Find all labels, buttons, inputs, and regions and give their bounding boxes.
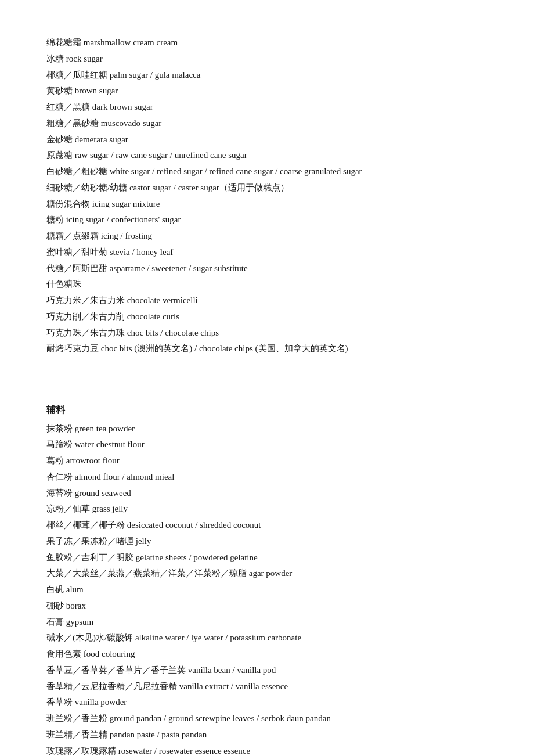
list-item: 糖霜／点缀霜 icing / frosting (46, 228, 488, 244)
list-item: 抹茶粉 green tea powder (46, 421, 488, 437)
list-item: 马蹄粉 water chestnut flour (46, 437, 488, 453)
spacer-1 (46, 357, 488, 369)
list-item: 原蔗糖 raw sugar / raw cane sugar / unrefin… (46, 147, 488, 164)
list-item: 糖粉 icing sugar / confectioners' sugar (46, 212, 488, 228)
list-item: 巧克力削／朱古力削 chocolate curls (46, 309, 488, 325)
list-item: 香草粉 vanilla powder (46, 694, 488, 711)
section-sugar-list: 绵花糖霜 marshmallow cream cream冰糖 rock suga… (46, 35, 488, 357)
list-item: 红糖／黑糖 dark brown sugar (46, 99, 488, 116)
list-item: 石膏 gypsum (46, 614, 488, 631)
list-item: 耐烤巧克力豆 choc bits (澳洲的英文名) / chocolate ch… (46, 341, 488, 357)
spacer-2 (46, 369, 488, 380)
list-item: 椰糖／瓜哇红糖 palm sugar / gula malacca (46, 67, 488, 84)
list-item: 班兰精／香兰精 pandan paste / pasta pandan (46, 727, 488, 743)
list-item: 什色糖珠 (46, 276, 488, 293)
list-item: 细砂糖／幼砂糖/幼糖 castor sugar / caster sugar（适… (46, 180, 488, 196)
list-item: 食用色素 food colouring (46, 646, 488, 663)
list-item: 糖份混合物 icing sugar mixture (46, 196, 488, 213)
list-item: 绵花糖霜 marshmallow cream cream (46, 35, 488, 51)
list-item: 杏仁粉 almond flour / almond mieal (46, 469, 488, 485)
list-item: 巧克力珠／朱古力珠 choc bits / chocolate chips (46, 325, 488, 341)
list-item: 凉粉／仙草 grass jelly (46, 501, 488, 517)
list-item: 粗糖／黑砂糖 muscovado sugar (46, 116, 488, 132)
list-item: 班兰粉／香兰粉 ground pandan / ground screwpine… (46, 711, 488, 727)
list-item: 硼砂 borax (46, 598, 488, 614)
list-item: 黄砂糖 brown sugar (46, 83, 488, 99)
list-item: 椰丝／椰茸／椰子粉 desiccated coconut / shredded … (46, 517, 488, 534)
list-item: 鱼胶粉／吉利丁／明胶 gelatine sheets / powdered ge… (46, 550, 488, 566)
auxiliary-header: 辅料 (46, 401, 488, 419)
list-item: 香草精／云尼拉香精／凡尼拉香精 vanilla extract / vanill… (46, 679, 488, 695)
list-item: 金砂糖 demerara sugar (46, 132, 488, 148)
list-item: 代糖／阿斯巴甜 aspartame / sweetener / sugar su… (46, 261, 488, 277)
list-item: 玫瑰露／玫瑰露精 rosewater / rosewater essence e… (46, 743, 488, 756)
list-item: 蜜叶糖／甜叶菊 stevia / honey leaf (46, 244, 488, 261)
list-item: 白砂糖／粗砂糖 white sugar / refined sugar / re… (46, 164, 488, 180)
list-item: 冰糖 rock sugar (46, 51, 488, 67)
section-auxiliary: 辅料 抹茶粉 green tea powder马蹄粉 water chestnu… (46, 401, 488, 756)
list-item: 碱水／(木见)水/碳酸钾 alkaline water / lye water … (46, 630, 488, 646)
list-item: 香草豆／香草荚／香草片／香子兰荚 vanilla bean / vanilla … (46, 663, 488, 679)
list-item: 巧克力米／朱古力米 chocolate vermicelli (46, 293, 488, 309)
list-item: 海苔粉 ground seaweed (46, 485, 488, 502)
sugar-items: 绵花糖霜 marshmallow cream cream冰糖 rock suga… (46, 35, 488, 357)
list-item: 果子冻／果冻粉／啫喱 jelly (46, 534, 488, 550)
list-item: 白矾 alum (46, 582, 488, 598)
auxiliary-items: 抹茶粉 green tea powder马蹄粉 water chestnut f… (46, 421, 488, 756)
list-item: 大菜／大菜丝／菜燕／燕菜精／洋菜／洋菜粉／琼脂 agar powder (46, 566, 488, 582)
list-item: 葛粉 arrowroot flour (46, 453, 488, 469)
